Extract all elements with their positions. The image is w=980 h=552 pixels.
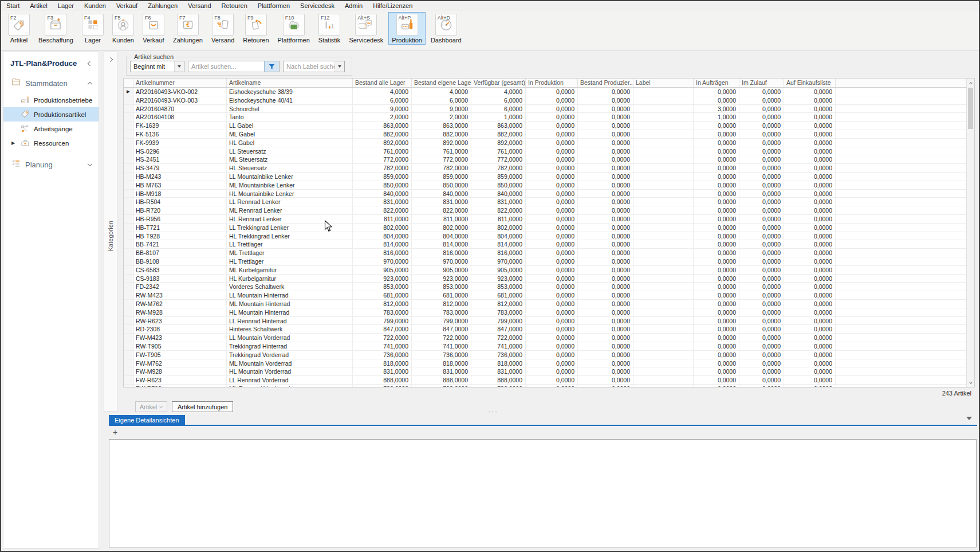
row-selector[interactable]	[124, 181, 133, 189]
row-selector[interactable]	[124, 325, 133, 333]
sidebar-item-arbeitsg-nge[interactable]: Arbeitsgänge	[3, 122, 99, 136]
column-header-label[interactable]: Label	[633, 79, 694, 87]
table-row[interactable]: HS-2451ML Steuersatz772,0000772,0000772,…	[124, 155, 966, 164]
table-row[interactable]: FK-1639LL Gabel863,0000863,0000863,00000…	[124, 122, 966, 130]
table-row[interactable]: AR201604108Tanto2,00002,00001,00000,0000…	[124, 113, 966, 122]
menu-item-retouren[interactable]: Retouren	[217, 1, 253, 11]
row-selector[interactable]	[124, 224, 133, 232]
row-selector[interactable]	[124, 300, 133, 308]
row-selector[interactable]	[124, 291, 133, 299]
splitter-handle[interactable]: ···	[488, 408, 498, 416]
row-selector[interactable]	[124, 164, 133, 172]
row-selector[interactable]	[124, 351, 133, 359]
ribbon-button-kunden[interactable]: F5Kunden	[109, 12, 137, 45]
row-selector[interactable]	[124, 367, 133, 375]
ribbon-button-retouren[interactable]: F9Retouren	[239, 12, 272, 45]
row-selector[interactable]	[124, 215, 133, 223]
table-row[interactable]: BB-7421LL Trettlager814,0000814,0000814,…	[124, 240, 966, 249]
table-row[interactable]: RW-M423LL Mountain Hinterrad681,0000681,…	[124, 291, 966, 300]
row-selector[interactable]	[124, 206, 133, 214]
ribbon-button-artikel[interactable]: F2Artikel	[5, 12, 33, 45]
row-selector[interactable]	[124, 334, 133, 342]
menu-item-admin[interactable]: Admin	[340, 1, 368, 11]
menu-item-servicedesk[interactable]: Servicedesk	[295, 1, 340, 11]
add-detail-view-button[interactable]: +	[113, 428, 117, 436]
column-header-in-auftr-gen[interactable]: In Aufträgen	[694, 79, 739, 87]
menu-item-verkauf[interactable]: Verkauf	[111, 1, 143, 11]
table-row[interactable]: FW-R623LL Rennrad Vorderrad888,0000888,0…	[124, 376, 966, 385]
table-row[interactable]: HB-M243LL Mountainbike Lenker859,0000859…	[124, 173, 966, 181]
table-row[interactable]: BB-8107ML Trettlager816,0000816,0000816,…	[124, 249, 966, 257]
ribbon-button-versand[interactable]: F8Versand	[208, 12, 238, 45]
table-row[interactable]: HB-M918HL Mountainbike Lenker840,0000840…	[124, 190, 966, 198]
ribbon-button-statistik[interactable]: F12Statistik	[315, 12, 344, 45]
table-row[interactable]: FK-9939HL Gabel892,0000892,0000892,00000…	[124, 139, 966, 147]
menu-item-versand[interactable]: Versand	[183, 1, 216, 11]
menu-item-hilfe-lizenzen[interactable]: Hilfe/Lizenzen	[368, 1, 418, 11]
menu-item-artikel[interactable]: Artikel	[25, 1, 53, 11]
row-selector[interactable]	[124, 283, 133, 291]
row-selector[interactable]	[124, 198, 133, 206]
ribbon-button-produktion[interactable]: Alt+PProduktion	[388, 12, 426, 45]
row-selector[interactable]	[124, 376, 133, 384]
column-header-verf-gbar-gesamt[interactable]: Verfügbar (gesamt)	[471, 79, 526, 87]
tab-eigene-detailansichten[interactable]: Eigene Detailansichten	[109, 415, 185, 425]
row-selector[interactable]	[124, 232, 133, 240]
table-row[interactable]: HB-R956HL Rennrad Lenker811,0000811,0000…	[124, 215, 966, 224]
row-selector[interactable]	[124, 359, 133, 367]
column-header-bestand-produzier[interactable]: Bestand Produzier...	[578, 79, 633, 87]
row-selector[interactable]	[124, 173, 133, 181]
row-selector[interactable]	[124, 385, 133, 387]
row-selector[interactable]	[124, 308, 133, 316]
column-header-bestand-alle-lager[interactable]: Bestand alle Lager	[353, 79, 412, 87]
column-header-bestand-eigene-lager[interactable]: Bestand eigene Lager	[412, 79, 471, 87]
ribbon-button-verkauf[interactable]: F6Verkauf	[139, 12, 168, 45]
row-selector[interactable]	[124, 130, 133, 138]
sidebar-item-ressourcen[interactable]: ▶Ressourcen	[3, 136, 99, 150]
menu-item-kunden[interactable]: Kunden	[79, 1, 111, 11]
menu-item-plattformen[interactable]: Plattformen	[253, 1, 295, 11]
table-row[interactable]: FW-R762ML Rennrad Vorderrad793,0000793,0…	[124, 385, 966, 387]
sidebar-item-produktionsbetriebe[interactable]: Produktionsbetriebe	[3, 93, 99, 107]
table-row[interactable]: FW-M762ML Mountain Vorderrad818,0000818,…	[124, 359, 966, 368]
kategorien-label[interactable]: Kategorien	[107, 221, 114, 251]
current-row-marker[interactable]: ▶	[124, 88, 133, 96]
expand-arrow-icon[interactable]: ▶	[11, 140, 15, 146]
table-row[interactable]: HS-0296LL Steuersatz761,0000761,0000761,…	[124, 147, 966, 156]
table-row[interactable]: RW-R623LL Rennrad Hinterrad799,0000799,0…	[124, 317, 966, 326]
table-row[interactable]: FW-M928HL Mountain Vorderrad831,0000831,…	[124, 367, 966, 376]
chevron-down-icon[interactable]	[334, 61, 344, 72]
table-row[interactable]: HB-T928HL Trekkingrad Lenker804,0000804,…	[124, 232, 966, 241]
row-selector[interactable]	[124, 147, 133, 155]
menu-item-start[interactable]: Start	[1, 1, 25, 11]
ribbon-button-zahlungen[interactable]: F7€Zahlungen	[170, 12, 206, 45]
article-search-input[interactable]	[188, 61, 264, 72]
ribbon-button-servicedesk[interactable]: Alt+SServicedesk	[345, 12, 387, 45]
row-selector[interactable]	[124, 249, 133, 257]
table-row[interactable]: ▶AR20160493-VKO-002Eishockeyschuhe 38/39…	[124, 88, 966, 96]
table-row[interactable]: RW-T905Trekkingrad Hinterrad741,0000741,…	[124, 342, 966, 351]
artikel-dropdown-button[interactable]: Artikel	[135, 401, 167, 412]
ribbon-button-plattformen[interactable]: F10Plattformen	[274, 12, 313, 45]
row-selector[interactable]	[124, 190, 133, 198]
sidebar-collapse-icon[interactable]	[88, 61, 92, 65]
table-row[interactable]: FW-T905Trekkingrad Vorderrad736,0000736,…	[124, 351, 966, 359]
table-row[interactable]: HS-3479HL Steuersatz782,0000782,0000782,…	[124, 164, 966, 173]
table-row[interactable]: HB-R504LL Rennrad Lenker831,0000831,0000…	[124, 198, 966, 206]
column-header-artikelnummer[interactable]: Artikelnummer	[133, 79, 227, 87]
table-row[interactable]: HB-R720ML Rennrad Lenker822,0000822,0000…	[124, 206, 966, 215]
match-mode-combobox[interactable]: Beginnt mit	[130, 61, 184, 72]
table-row[interactable]: HB-M763ML Mountainbike Lenker850,0000850…	[124, 181, 966, 190]
table-row[interactable]: FW-M423LL Mountain Vorderrad722,0000722,…	[124, 334, 966, 342]
table-row[interactable]: AR20160493-VKO-003Eishockeyschuhe 40/416…	[124, 96, 966, 105]
table-row[interactable]: BB-9108HL Trettlager970,0000970,0000970,…	[124, 257, 966, 266]
table-row[interactable]: RW-M762ML Mountain Hinterrad812,0000812,…	[124, 300, 966, 308]
sidebar-section-stammdaten[interactable]: Stammdaten	[3, 73, 99, 93]
column-header-artikelname[interactable]: Artikelname	[227, 79, 353, 87]
table-row[interactable]: RW-M928HL Mountain Hinterrad783,0000783,…	[124, 308, 966, 317]
row-selector[interactable]	[124, 113, 133, 121]
row-selector[interactable]	[124, 266, 133, 274]
menu-item-zahlungen[interactable]: Zahlungen	[143, 1, 183, 11]
chevron-down-icon[interactable]	[174, 61, 184, 72]
row-selector[interactable]	[124, 105, 133, 113]
